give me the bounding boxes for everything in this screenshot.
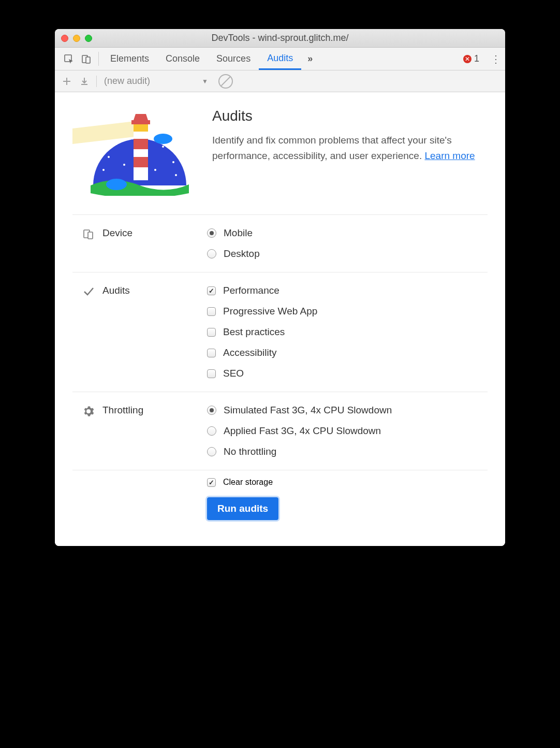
svg-point-9: [102, 169, 105, 171]
new-audit-icon[interactable]: [59, 77, 75, 86]
run-audits-button[interactable]: Run audits: [207, 497, 278, 520]
check-icon: [83, 286, 94, 300]
tab-elements[interactable]: Elements: [102, 48, 157, 70]
dropdown-label: (new audit): [104, 76, 150, 87]
svg-rect-13: [134, 131, 148, 180]
svg-rect-17: [131, 120, 150, 124]
svg-rect-2: [86, 57, 90, 63]
zoom-window-button[interactable]: [85, 35, 92, 42]
close-window-button[interactable]: [61, 35, 68, 42]
radio-icon: [207, 447, 216, 456]
checkbox-seo[interactable]: SEO: [207, 368, 488, 379]
checkbox-icon: [207, 328, 216, 337]
radio-device-desktop[interactable]: Desktop: [207, 248, 488, 260]
svg-point-12: [154, 134, 172, 144]
radio-device-mobile[interactable]: Mobile: [207, 227, 488, 239]
svg-point-7: [172, 161, 174, 163]
learn-more-link[interactable]: Learn more: [424, 150, 475, 161]
section-throttling: Throttling Simulated Fast 3G, 4x CPU Slo…: [72, 392, 488, 470]
page-description: Identify and fix common problems that af…: [212, 133, 488, 164]
error-count: 1: [474, 53, 479, 64]
checkbox-performance[interactable]: Performance: [207, 285, 488, 296]
checkbox-icon: [207, 369, 216, 378]
error-icon: ✕: [463, 55, 471, 63]
section-audits-label: Audits: [102, 285, 130, 296]
tab-console[interactable]: Console: [157, 48, 208, 70]
section-audits: Audits Performance Progressive Web App B…: [72, 272, 488, 392]
radio-throttle-applied[interactable]: Applied Fast 3G, 4x CPU Slowdown: [207, 425, 488, 437]
lighthouse-illustration: [72, 108, 197, 196]
radio-icon: [207, 426, 216, 436]
header-row: Audits Identify and fix common problems …: [72, 108, 488, 215]
checkbox-icon: [207, 349, 216, 357]
minimize-window-button[interactable]: [73, 35, 80, 42]
window-title: DevTools - wind-sprout.glitch.me/: [55, 33, 505, 44]
svg-point-6: [162, 146, 164, 148]
download-icon[interactable]: [77, 77, 92, 86]
device-icon: [83, 228, 94, 242]
svg-marker-18: [134, 114, 148, 120]
radio-icon: [207, 249, 216, 258]
gear-icon: [83, 406, 94, 420]
checkbox-clear-storage[interactable]: Clear storage: [207, 478, 488, 487]
checkbox-icon: [207, 286, 216, 295]
audit-select-dropdown[interactable]: (new audit) ▼: [101, 76, 211, 87]
inspect-element-icon[interactable]: [60, 48, 78, 70]
section-device: Device Mobile Desktop: [72, 215, 488, 272]
device-toolbar-icon[interactable]: [78, 48, 95, 70]
checkbox-icon: [207, 307, 216, 316]
tab-sources[interactable]: Sources: [208, 48, 259, 70]
svg-point-8: [154, 169, 156, 171]
tab-audits[interactable]: Audits: [259, 48, 301, 70]
header-text: Audits Identify and fix common problems …: [212, 108, 488, 196]
clear-icon[interactable]: [218, 74, 233, 89]
svg-rect-21: [88, 232, 93, 239]
dropdown-caret-icon: ▼: [202, 78, 208, 85]
footer: Clear storage Run audits: [72, 470, 488, 520]
window-controls: [61, 35, 92, 42]
svg-marker-14: [134, 139, 148, 149]
devtools-window: DevTools - wind-sprout.glitch.me/ Elemen…: [55, 29, 505, 546]
separator: [96, 76, 97, 87]
checkbox-icon: [207, 478, 216, 487]
checkbox-pwa[interactable]: Progressive Web App: [207, 306, 488, 317]
svg-rect-16: [134, 123, 148, 132]
page-title: Audits: [212, 108, 488, 124]
titlebar: DevTools - wind-sprout.glitch.me/: [55, 29, 505, 48]
radio-throttle-none[interactable]: No throttling: [207, 446, 488, 457]
svg-point-10: [175, 174, 177, 176]
radio-icon: [207, 406, 216, 415]
audits-panel: Audits Identify and fix common problems …: [55, 92, 505, 546]
error-count-badge[interactable]: ✕ 1: [456, 48, 487, 70]
tabs-overflow-button[interactable]: »: [301, 48, 319, 70]
radio-throttle-simulated[interactable]: Simulated Fast 3G, 4x CPU Slowdown: [207, 405, 488, 416]
svg-marker-15: [134, 157, 148, 167]
checkbox-accessibility[interactable]: Accessibility: [207, 347, 488, 358]
svg-point-3: [115, 143, 117, 145]
panel-tabbar: Elements Console Sources Audits » ✕ 1 ⋮: [55, 48, 505, 70]
checkbox-best-practices[interactable]: Best practices: [207, 326, 488, 338]
svg-point-5: [123, 164, 125, 166]
audits-toolbar: (new audit) ▼: [55, 70, 505, 92]
section-throttling-label: Throttling: [102, 405, 143, 416]
radio-icon: [207, 228, 216, 238]
kebab-menu-icon[interactable]: ⋮: [487, 48, 505, 70]
svg-point-19: [106, 179, 127, 190]
separator: [98, 52, 99, 66]
svg-point-4: [108, 156, 110, 158]
section-device-label: Device: [102, 227, 132, 239]
